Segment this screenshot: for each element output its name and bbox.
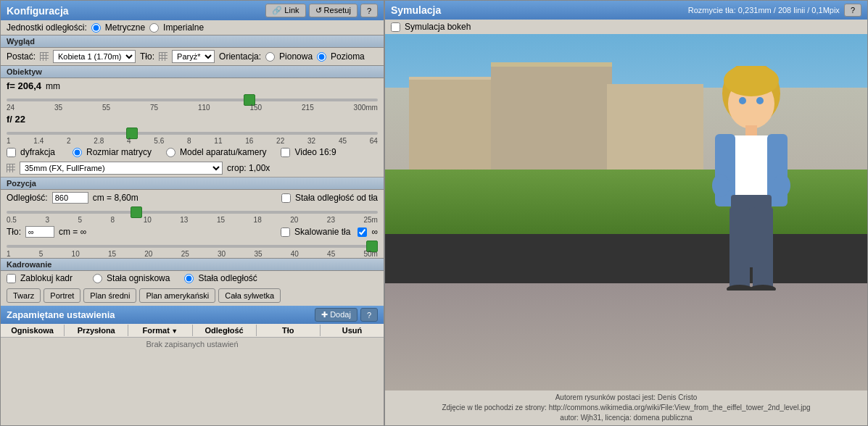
imperial-radio[interactable] [149, 23, 159, 33]
saved-title: Zapamiętane ustawienia [7, 309, 115, 320]
saved-header-buttons: ✚ Dodaj ? [315, 308, 378, 322]
sensor-row: 35mm (FX, FullFrame) crop: 1,00x [1, 159, 384, 177]
svg-point-2 [739, 97, 746, 104]
reset-button[interactable]: ↺ Resetuj [309, 4, 357, 17]
credits-line2: Zdjęcie w tle pochodzi ze strony: http:/… [388, 403, 864, 413]
pozioma-label: Pozioma [331, 51, 365, 62]
credits-line1: Autorem rysunków postaci jest: Denis Cri… [388, 393, 864, 403]
tlo-select[interactable]: Paryż* [172, 50, 215, 63]
aperture-label: f/ 22 [7, 114, 25, 125]
model-label: Model aparatu/kamery [180, 147, 266, 157]
pos-ticks: 0.5 3 5 8 10 13 15 18 20 23 25m [1, 216, 384, 224]
sim-credits: Autorem rysunków postaci jest: Denis Cri… [385, 390, 867, 425]
dyfrakcja-label: dyfrakcja [20, 147, 55, 157]
col-format[interactable]: Format [128, 325, 192, 336]
tlo-slider[interactable] [7, 245, 378, 248]
col-usun[interactable]: Usuń [321, 325, 384, 336]
aperture-slider-container [1, 127, 384, 137]
pozycja-section: Pozycja [1, 177, 384, 190]
model-radio[interactable] [166, 148, 175, 157]
rozmiar-radio[interactable] [73, 148, 82, 157]
tlo-ticks: 1 5 10 15 20 25 30 35 40 45 50m [1, 250, 384, 258]
odleglosc-cm: cm = 8,60m [93, 193, 139, 203]
tlo-input[interactable] [25, 226, 54, 238]
imperial-label: Imperialne [163, 22, 204, 33]
dyfrakcja-row: dyfrakcja Rozmiar matrycy Model aparatu/… [1, 145, 384, 159]
col-tlo[interactable]: Tło [257, 325, 321, 336]
infinity-checkbox[interactable] [357, 227, 367, 237]
zablokuj-checkbox[interactable] [7, 274, 16, 283]
units-row: Jednostki odległości: Metryczne Imperial… [1, 20, 384, 35]
tlo-cm-label: cm = ∞ [59, 227, 86, 237]
pionowa-label: Pionowa [279, 51, 313, 62]
building-1 [409, 77, 496, 177]
pozioma-radio[interactable] [317, 52, 326, 62]
sensor-select[interactable]: 35mm (FX, FullFrame) [20, 162, 223, 175]
focal-ticks: 24 35 55 75 110 150 215 300mm [1, 104, 384, 112]
saved-columns: Ogniskowa Przysłona Format Odległość Tło… [1, 324, 384, 338]
stala-odleglosc-checkbox[interactable] [281, 193, 291, 203]
odleglosc-input[interactable] [52, 192, 88, 204]
stala-odl-radio[interactable] [184, 274, 194, 283]
add-button[interactable]: ✚ Dodaj [315, 308, 357, 322]
crop-label: crop: 1,00x [227, 163, 270, 173]
col-przyslona[interactable]: Przysłona [65, 325, 128, 336]
obiektyw-section: Obiektyw [1, 65, 384, 78]
dyfrakcja-checkbox[interactable] [7, 148, 16, 157]
pionowa-radio[interactable] [265, 52, 275, 62]
character-svg [693, 66, 809, 291]
skalowanie-label: Skalowanie tła [294, 227, 350, 237]
sim-header-right: Rozmycie tła: 0,231mm / 208 linii / 0,1M… [688, 4, 861, 17]
kadrowanie-row: Zablokuj kadr Stała ogniskowa Stała odle… [1, 271, 384, 285]
plan-amerykanski-button[interactable]: Plan amerykański [139, 288, 215, 303]
help-button-right[interactable]: ? [844, 4, 861, 17]
cala-sylwetka-button[interactable]: Cała sylwetka [218, 288, 281, 303]
blur-info: Rozmycie tła: 0,231mm / 208 linii / 0,1M… [688, 6, 840, 14]
metric-radio[interactable] [91, 23, 101, 33]
svg-rect-6 [729, 135, 773, 197]
stala-ogn-label: Stała ogniskowa [107, 273, 170, 283]
svg-point-10 [773, 174, 790, 197]
help-button-left[interactable]: ? [360, 4, 378, 17]
stala-ogn-radio[interactable] [93, 274, 102, 283]
bokeh-checkbox[interactable] [391, 22, 400, 32]
left-panel-header: Konfiguracja 🔗 Link ↺ Resetuj ? [1, 1, 384, 20]
odleglosc-label: Odległość: [7, 193, 48, 203]
col-odleglosc[interactable]: Odległość [193, 325, 257, 336]
kadr-buttons: Twarz Portret Plan średni Plan amerykańs… [1, 285, 384, 306]
tlo-dist-label: Tło: [7, 227, 21, 237]
svg-rect-12 [729, 207, 750, 291]
focal-unit: mm [46, 81, 60, 91]
saved-empty: Brak zapisanych ustawień [1, 338, 384, 351]
portret-button[interactable]: Portret [44, 288, 80, 303]
focal-slider[interactable] [7, 99, 378, 101]
ground [385, 283, 867, 390]
postac-select[interactable]: Kobieta 1 (1.70m) [53, 50, 136, 63]
skalowanie-checkbox[interactable] [281, 227, 290, 237]
link-button[interactable]: 🔗 Link [265, 4, 305, 17]
tlo-slider-container [1, 240, 384, 250]
video-checkbox[interactable] [281, 148, 290, 157]
postac-grid-icon [40, 52, 49, 61]
pos-slider[interactable] [7, 211, 378, 214]
orientacja-label: Orientacja: [219, 51, 261, 62]
wyglad-section: Wygląd [1, 35, 384, 48]
rozmiar-label: Rozmiar matrycy [86, 147, 152, 157]
saved-section-header: Zapamiętane ustawienia ✚ Dodaj ? [1, 306, 384, 324]
left-title: Konfiguracja [7, 5, 69, 17]
right-panel-header: Symulacja Rozmycie tła: 0,231mm / 208 li… [385, 1, 867, 20]
aperture-slider[interactable] [7, 132, 378, 135]
plan-sredni-button[interactable]: Plan średni [83, 288, 136, 303]
col-ogniskowa[interactable]: Ogniskowa [1, 325, 65, 336]
postac-label: Postać: [7, 51, 36, 62]
video-label: Video 16:9 [294, 147, 336, 157]
bokeh-label: Symulacja bokeh [405, 22, 471, 32]
pos-slider-container [1, 206, 384, 216]
header-buttons: 🔗 Link ↺ Resetuj ? [265, 4, 378, 17]
bokeh-row: Symulacja bokeh [385, 20, 867, 34]
saved-help-button[interactable]: ? [360, 308, 378, 322]
sim-title: Symulacja [391, 4, 441, 16]
tlo-grid-icon [159, 52, 168, 61]
sensor-grid-icon [7, 164, 15, 172]
twarz-button[interactable]: Twarz [7, 288, 41, 303]
